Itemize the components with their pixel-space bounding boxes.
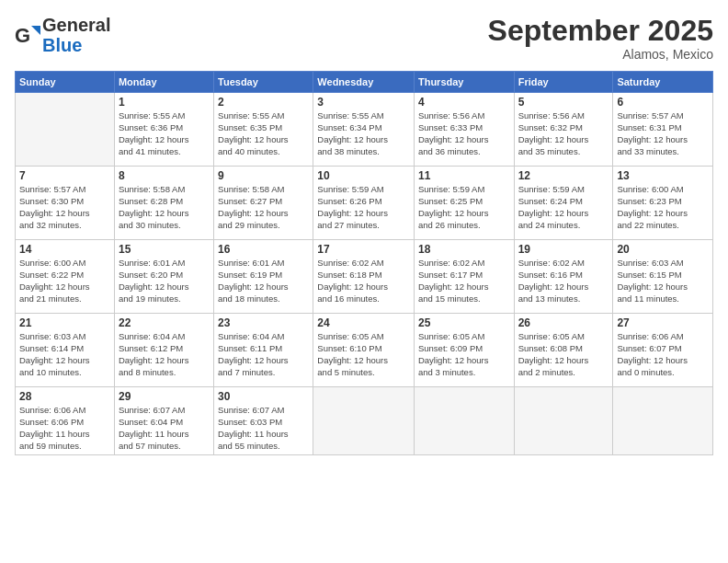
- day-number: 8: [119, 169, 210, 182]
- day-number: 9: [218, 169, 309, 182]
- day-cell: 29Sunrise: 6:07 AMSunset: 6:04 PMDayligh…: [114, 387, 213, 455]
- day-cell: 5Sunrise: 5:56 AMSunset: 6:32 PMDaylight…: [514, 93, 613, 167]
- day-number: 30: [218, 390, 309, 403]
- logo-icon: G: [15, 22, 40, 48]
- title-block: September 2025 Alamos, Mexico: [488, 15, 713, 62]
- day-cell: [514, 387, 613, 455]
- header: G General Blue September 2025 Alamos, Me…: [15, 15, 713, 62]
- day-info: Sunrise: 6:06 AMSunset: 6:06 PMDaylight:…: [19, 405, 110, 452]
- col-monday: Monday: [114, 72, 213, 93]
- day-cell: [613, 387, 713, 455]
- day-cell: 28Sunrise: 6:06 AMSunset: 6:06 PMDayligh…: [16, 387, 115, 455]
- day-cell: 18Sunrise: 6:02 AMSunset: 6:17 PMDayligh…: [414, 240, 514, 314]
- day-cell: 20Sunrise: 6:03 AMSunset: 6:15 PMDayligh…: [613, 240, 713, 314]
- day-cell: 11Sunrise: 5:59 AMSunset: 6:25 PMDayligh…: [414, 167, 514, 240]
- day-number: 3: [317, 96, 410, 109]
- day-cell: 15Sunrise: 6:01 AMSunset: 6:20 PMDayligh…: [114, 240, 213, 314]
- svg-marker-1: [31, 26, 40, 35]
- page: G General Blue September 2025 Alamos, Me…: [0, 0, 728, 563]
- calendar-table: Sunday Monday Tuesday Wednesday Thursday…: [15, 71, 713, 455]
- day-cell: [414, 387, 514, 455]
- day-number: 29: [119, 390, 210, 403]
- day-number: 11: [418, 169, 510, 182]
- day-number: 4: [418, 96, 510, 109]
- day-info: Sunrise: 6:01 AMSunset: 6:19 PMDaylight:…: [218, 258, 309, 304]
- day-info: Sunrise: 5:56 AMSunset: 6:33 PMDaylight:…: [418, 110, 510, 157]
- day-cell: 23Sunrise: 6:04 AMSunset: 6:11 PMDayligh…: [214, 314, 313, 387]
- day-cell: 21Sunrise: 6:03 AMSunset: 6:14 PMDayligh…: [16, 314, 115, 387]
- col-wednesday: Wednesday: [313, 72, 415, 93]
- logo-blue-text: Blue: [42, 35, 82, 55]
- day-number: 6: [617, 96, 709, 109]
- logo-general-text: General: [42, 15, 110, 35]
- day-number: 15: [119, 243, 210, 256]
- day-info: Sunrise: 6:04 AMSunset: 6:11 PMDaylight:…: [218, 331, 309, 378]
- day-number: 5: [518, 96, 609, 109]
- day-info: Sunrise: 5:59 AMSunset: 6:25 PMDaylight:…: [418, 184, 510, 231]
- day-cell: 9Sunrise: 5:58 AMSunset: 6:27 PMDaylight…: [214, 167, 313, 240]
- day-info: Sunrise: 5:59 AMSunset: 6:24 PMDaylight:…: [518, 184, 609, 231]
- day-number: 20: [617, 243, 709, 256]
- day-number: 12: [518, 169, 609, 182]
- day-cell: 26Sunrise: 6:05 AMSunset: 6:08 PMDayligh…: [514, 314, 613, 387]
- logo: G General Blue: [15, 15, 110, 55]
- week-row-2: 7Sunrise: 5:57 AMSunset: 6:30 PMDaylight…: [16, 167, 713, 240]
- day-info: Sunrise: 6:02 AMSunset: 6:18 PMDaylight:…: [317, 258, 410, 304]
- day-cell: 30Sunrise: 6:07 AMSunset: 6:03 PMDayligh…: [214, 387, 313, 455]
- day-cell: 24Sunrise: 6:05 AMSunset: 6:10 PMDayligh…: [313, 314, 415, 387]
- day-cell: [16, 93, 115, 167]
- month-title: September 2025: [488, 15, 713, 47]
- day-number: 19: [518, 243, 609, 256]
- day-info: Sunrise: 6:02 AMSunset: 6:16 PMDaylight:…: [518, 258, 609, 304]
- day-info: Sunrise: 5:57 AMSunset: 6:31 PMDaylight:…: [617, 110, 709, 157]
- day-info: Sunrise: 5:58 AMSunset: 6:28 PMDaylight:…: [119, 184, 210, 231]
- day-number: 18: [418, 243, 510, 256]
- col-tuesday: Tuesday: [214, 72, 313, 93]
- day-info: Sunrise: 6:07 AMSunset: 6:04 PMDaylight:…: [119, 405, 210, 452]
- day-info: Sunrise: 5:59 AMSunset: 6:26 PMDaylight:…: [317, 184, 410, 231]
- day-number: 16: [218, 243, 309, 256]
- day-info: Sunrise: 6:01 AMSunset: 6:20 PMDaylight:…: [119, 258, 210, 304]
- day-info: Sunrise: 5:55 AMSunset: 6:35 PMDaylight:…: [218, 110, 309, 157]
- day-number: 26: [518, 316, 609, 329]
- day-number: 17: [317, 243, 410, 256]
- week-row-1: 1Sunrise: 5:55 AMSunset: 6:36 PMDaylight…: [16, 93, 713, 167]
- day-cell: 25Sunrise: 6:05 AMSunset: 6:09 PMDayligh…: [414, 314, 514, 387]
- day-info: Sunrise: 6:00 AMSunset: 6:23 PMDaylight:…: [617, 184, 709, 231]
- day-cell: 8Sunrise: 5:58 AMSunset: 6:28 PMDaylight…: [114, 167, 213, 240]
- week-row-4: 21Sunrise: 6:03 AMSunset: 6:14 PMDayligh…: [16, 314, 713, 387]
- day-info: Sunrise: 6:02 AMSunset: 6:17 PMDaylight:…: [418, 258, 510, 304]
- day-cell: 19Sunrise: 6:02 AMSunset: 6:16 PMDayligh…: [514, 240, 613, 314]
- day-cell: 7Sunrise: 5:57 AMSunset: 6:30 PMDaylight…: [16, 167, 115, 240]
- calendar-header-row: Sunday Monday Tuesday Wednesday Thursday…: [16, 72, 713, 93]
- day-cell: 22Sunrise: 6:04 AMSunset: 6:12 PMDayligh…: [114, 314, 213, 387]
- day-info: Sunrise: 6:06 AMSunset: 6:07 PMDaylight:…: [617, 331, 709, 378]
- day-number: 1: [119, 96, 210, 109]
- day-cell: [313, 387, 415, 455]
- day-info: Sunrise: 5:57 AMSunset: 6:30 PMDaylight:…: [19, 184, 110, 231]
- day-info: Sunrise: 6:03 AMSunset: 6:15 PMDaylight:…: [617, 258, 709, 304]
- day-number: 14: [19, 243, 110, 256]
- day-cell: 6Sunrise: 5:57 AMSunset: 6:31 PMDaylight…: [613, 93, 713, 167]
- day-info: Sunrise: 6:05 AMSunset: 6:10 PMDaylight:…: [317, 331, 410, 378]
- day-number: 24: [317, 316, 410, 329]
- day-number: 22: [119, 316, 210, 329]
- day-number: 21: [19, 316, 110, 329]
- day-cell: 14Sunrise: 6:00 AMSunset: 6:22 PMDayligh…: [16, 240, 115, 314]
- day-cell: 2Sunrise: 5:55 AMSunset: 6:35 PMDaylight…: [214, 93, 313, 167]
- svg-text:G: G: [15, 24, 30, 47]
- day-info: Sunrise: 6:04 AMSunset: 6:12 PMDaylight:…: [119, 331, 210, 378]
- day-info: Sunrise: 6:05 AMSunset: 6:09 PMDaylight:…: [418, 331, 510, 378]
- day-info: Sunrise: 6:05 AMSunset: 6:08 PMDaylight:…: [518, 331, 609, 378]
- day-number: 25: [418, 316, 510, 329]
- col-sunday: Sunday: [16, 72, 115, 93]
- day-number: 13: [617, 169, 709, 182]
- day-info: Sunrise: 5:55 AMSunset: 6:34 PMDaylight:…: [317, 110, 410, 157]
- location: Alamos, Mexico: [488, 47, 713, 62]
- day-cell: 27Sunrise: 6:06 AMSunset: 6:07 PMDayligh…: [613, 314, 713, 387]
- day-cell: 3Sunrise: 5:55 AMSunset: 6:34 PMDaylight…: [313, 93, 415, 167]
- day-info: Sunrise: 5:58 AMSunset: 6:27 PMDaylight:…: [218, 184, 309, 231]
- day-cell: 12Sunrise: 5:59 AMSunset: 6:24 PMDayligh…: [514, 167, 613, 240]
- day-cell: 16Sunrise: 6:01 AMSunset: 6:19 PMDayligh…: [214, 240, 313, 314]
- day-info: Sunrise: 5:55 AMSunset: 6:36 PMDaylight:…: [119, 110, 210, 157]
